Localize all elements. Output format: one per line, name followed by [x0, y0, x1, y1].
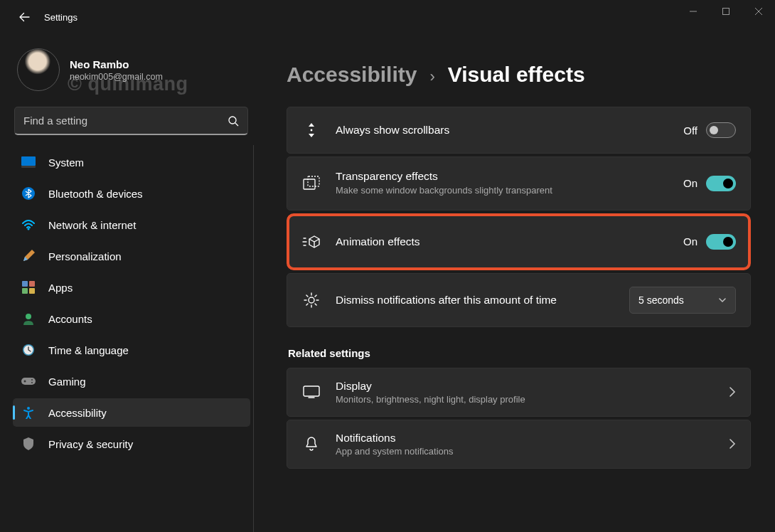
sidebar-item-apps[interactable]: Apps — [13, 273, 250, 302]
related-settings-header: Related settings — [288, 347, 751, 359]
maximize-icon — [722, 8, 729, 15]
bell-icon — [301, 434, 321, 454]
transparency-icon — [301, 174, 321, 193]
sidebar-item-network[interactable]: Network & internet — [13, 211, 250, 239]
setting-scrollbars: Always show scrollbars Off — [287, 107, 751, 154]
bluetooth-icon — [21, 186, 36, 201]
sidebar-item-label: Accounts — [48, 313, 92, 325]
link-title: Display — [336, 380, 715, 393]
setting-title: Dismiss notifications after this amount … — [336, 294, 615, 307]
sidebar-item-label: Time & language — [48, 344, 129, 356]
sidebar-item-label: Network & internet — [48, 219, 136, 231]
close-icon — [755, 8, 762, 15]
svg-rect-22 — [304, 386, 319, 396]
setting-title: Always show scrollbars — [336, 124, 669, 137]
chevron-right-icon — [729, 438, 736, 449]
scrollbars-toggle[interactable] — [706, 122, 736, 138]
sidebar-item-label: Accessibility — [48, 407, 107, 419]
animation-toggle[interactable] — [706, 234, 736, 250]
sidebar-item-label: Privacy & security — [48, 438, 133, 450]
sidebar-item-accessibility[interactable]: Accessibility — [13, 398, 250, 427]
sidebar-item-system[interactable]: System — [13, 148, 250, 176]
related-display[interactable]: Display Monitors, brightness, night ligh… — [287, 368, 751, 417]
profile-name: Neo Rambo — [70, 58, 163, 70]
dismiss-duration-dropdown[interactable]: 5 seconds — [629, 287, 736, 314]
apps-icon — [21, 280, 36, 294]
breadcrumb-separator: › — [429, 68, 434, 86]
svg-rect-7 — [29, 281, 35, 287]
svg-point-17 — [27, 407, 30, 410]
toggle-state-label: On — [683, 235, 698, 248]
minimize-icon — [690, 8, 697, 15]
maximize-button[interactable] — [710, 0, 742, 23]
svg-point-16 — [31, 382, 33, 383]
scrollbars-icon — [301, 120, 321, 140]
nav-list: System Bluetooth & devices Network & int… — [10, 145, 254, 532]
svg-rect-2 — [21, 156, 36, 166]
sidebar-item-label: System — [48, 156, 84, 169]
svg-point-10 — [26, 314, 31, 319]
titlebar: Settings — [0, 0, 775, 34]
sidebar-item-label: Apps — [48, 282, 73, 294]
chevron-right-icon — [729, 386, 736, 398]
search-icon — [228, 115, 239, 127]
breadcrumb-current: Visual effects — [448, 63, 585, 87]
sidebar-item-privacy[interactable]: Privacy & security — [13, 430, 250, 458]
svg-point-5 — [28, 228, 30, 230]
setting-title: Animation effects — [336, 235, 669, 248]
svg-rect-19 — [304, 179, 315, 189]
svg-point-1 — [229, 117, 236, 124]
svg-point-14 — [24, 381, 26, 383]
window-title: Settings — [44, 12, 78, 23]
shield-icon — [21, 437, 36, 451]
sidebar-item-accounts[interactable]: Accounts — [13, 304, 250, 333]
breadcrumb-parent[interactable]: Accessibility — [287, 63, 417, 87]
setting-dismiss-notifications: Dismiss notifications after this amount … — [287, 273, 751, 327]
setting-transparency: Transparency effects Make some window ba… — [287, 156, 751, 211]
setting-title: Transparency effects — [336, 170, 669, 183]
arrow-left-icon — [18, 11, 30, 23]
window-controls — [677, 0, 775, 23]
setting-desc: Make some window backgrounds slightly tr… — [336, 184, 669, 197]
sidebar-item-personalization[interactable]: Personalization — [13, 242, 250, 270]
main-content: Accessibility › Visual effects Always sh… — [260, 34, 775, 532]
sidebar-item-bluetooth[interactable]: Bluetooth & devices — [13, 179, 250, 208]
link-desc: App and system notifications — [336, 446, 715, 457]
toggle-state-label: Off — [683, 124, 698, 137]
svg-point-18 — [311, 129, 313, 132]
brightness-icon — [301, 290, 321, 310]
avatar — [17, 48, 60, 91]
sidebar-item-gaming[interactable]: Gaming — [13, 367, 250, 395]
toggle-state-label: On — [683, 177, 698, 189]
svg-rect-3 — [21, 166, 36, 168]
personalization-icon — [21, 249, 36, 263]
search-input[interactable] — [23, 115, 228, 127]
svg-rect-9 — [29, 288, 35, 294]
close-button[interactable] — [742, 0, 775, 23]
wifi-icon — [21, 218, 36, 232]
chevron-down-icon — [718, 296, 727, 304]
clock-icon — [21, 343, 36, 357]
svg-rect-13 — [21, 378, 36, 385]
svg-rect-0 — [723, 9, 729, 15]
svg-point-15 — [31, 379, 33, 381]
sidebar-item-time[interactable]: Time & language — [13, 336, 250, 364]
transparency-toggle[interactable] — [706, 176, 736, 191]
profile-email: neokim005@gmail.com — [70, 72, 163, 82]
related-notifications[interactable]: Notifications App and system notificatio… — [287, 420, 751, 469]
search-box[interactable] — [14, 107, 248, 135]
back-button[interactable] — [14, 7, 34, 27]
sidebar: Neo Rambo neokim005@gmail.com © quiniman… — [0, 34, 260, 532]
dropdown-value: 5 seconds — [638, 294, 684, 306]
minimize-button[interactable] — [677, 0, 710, 23]
display-icon — [301, 382, 321, 402]
sidebar-item-label: Bluetooth & devices — [48, 188, 143, 200]
system-icon — [21, 155, 36, 169]
svg-rect-20 — [308, 176, 319, 186]
sidebar-item-label: Personalization — [48, 250, 122, 262]
svg-rect-8 — [22, 288, 28, 294]
svg-point-21 — [309, 297, 314, 303]
accessibility-icon — [21, 405, 36, 420]
profile-block[interactable]: Neo Rambo neokim005@gmail.com — [10, 46, 252, 104]
accounts-icon — [21, 312, 36, 326]
